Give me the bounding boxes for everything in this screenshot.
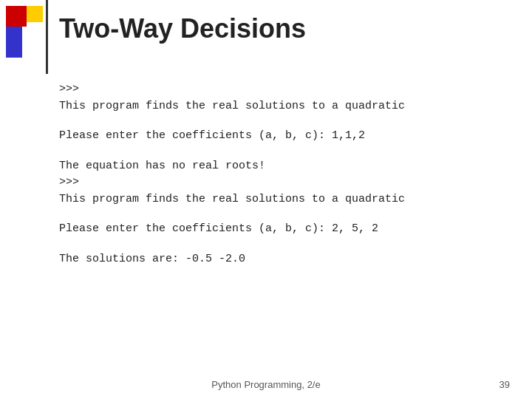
code-line-8: The solutions are: -0.5 -2.0 [59,251,510,268]
code-line-3: Please enter the coefficients (a, b, c):… [59,128,510,145]
spacer-1 [59,115,510,128]
content-area: >>> This program finds the real solution… [59,81,510,362]
spacer-3 [59,208,510,221]
decorative-blocks [0,0,44,66]
code-line-7: Please enter the coefficients (a, b, c):… [59,221,510,238]
footer-label: Python Programming, 2/e [0,379,532,390]
red-block [6,6,27,27]
yellow-block [27,6,43,22]
code-line-5: >>> [59,174,510,191]
code-line-4: The equation has no real roots! [59,158,510,175]
blue-block [6,27,22,58]
spacer-2 [59,145,510,158]
code-line-2: This program finds the real solutions to… [59,98,510,115]
footer-page: 39 [499,379,510,390]
code-block: >>> This program finds the real solution… [59,81,510,267]
slide-title: Two-Way Decisions [59,13,306,44]
vertical-divider [46,0,48,74]
spacer-4 [59,238,510,251]
code-line-6: This program finds the real solutions to… [59,191,510,208]
code-line-1: >>> [59,81,510,98]
footer: Python Programming, 2/e 39 [0,379,532,390]
